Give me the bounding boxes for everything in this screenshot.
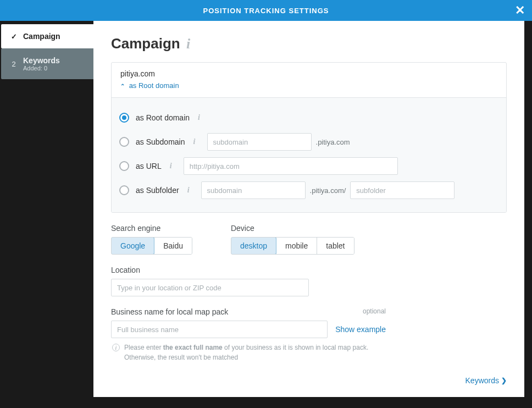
radio-subdomain[interactable] bbox=[119, 137, 129, 147]
next-label: Keywords bbox=[465, 376, 499, 385]
radio-label: as URL bbox=[136, 162, 162, 170]
domain-head: pitiya.com ⌃ as Root domain bbox=[112, 63, 506, 97]
device-group: desktop mobile tablet bbox=[231, 237, 354, 255]
location-block: Location bbox=[111, 266, 507, 296]
business-hint: i Please enter the exact full name of yo… bbox=[111, 343, 386, 362]
url-input[interactable] bbox=[184, 157, 398, 175]
show-example-link[interactable]: Show example bbox=[335, 325, 386, 334]
hint-bold: the exact full name bbox=[163, 344, 223, 351]
search-engine-block: Search engine Google Baidu bbox=[111, 224, 192, 255]
business-block: Business name for local map pack optiona… bbox=[111, 307, 386, 362]
radio-root-domain[interactable] bbox=[119, 113, 129, 123]
info-icon[interactable]: i bbox=[185, 36, 192, 52]
page-title-text: Campaign bbox=[111, 35, 180, 52]
info-icon[interactable]: i bbox=[167, 162, 175, 170]
next-keywords-link[interactable]: Keywords ❯ bbox=[465, 376, 507, 385]
radio-label: as Subfolder bbox=[136, 186, 179, 195]
engine-google[interactable]: Google bbox=[111, 237, 154, 255]
radio-label: as Subdomain bbox=[136, 137, 185, 146]
device-desktop[interactable]: desktop bbox=[231, 237, 276, 255]
modal-title: POSITION TRACKING SETTINGS bbox=[203, 7, 329, 15]
info-icon[interactable]: i bbox=[195, 113, 203, 122]
location-input[interactable] bbox=[111, 279, 309, 296]
option-subfolder: as Subfolder i .pitiya.com/ bbox=[119, 178, 498, 202]
close-icon[interactable]: ✕ bbox=[513, 4, 527, 17]
hint-text: Please enter the exact full name of your… bbox=[124, 343, 386, 362]
toggle-mode: Root domain bbox=[138, 81, 179, 90]
business-label-text: Business name for local map pack bbox=[111, 307, 228, 316]
radio-url[interactable] bbox=[119, 161, 129, 171]
domain-suffix-slash: .pitiya.com/ bbox=[310, 186, 346, 195]
info-icon[interactable]: i bbox=[191, 137, 198, 146]
domain-name: pitiya.com bbox=[120, 69, 497, 78]
option-url: as URL i bbox=[119, 154, 498, 178]
main-panel: Campaign i pitiya.com ⌃ as Root domain a… bbox=[93, 21, 524, 397]
info-icon: i bbox=[112, 344, 120, 351]
info-icon[interactable]: i bbox=[185, 186, 192, 195]
engine-baidu[interactable]: Baidu bbox=[154, 238, 192, 254]
device-block: Device desktop mobile tablet bbox=[231, 224, 354, 255]
step-label: Keywords bbox=[23, 56, 60, 65]
wizard-steps: ✓ Campaign 2 Keywords Added: 0 bbox=[1, 24, 95, 79]
step-number: 2 bbox=[9, 60, 19, 68]
step-campaign[interactable]: ✓ Campaign bbox=[1, 24, 95, 48]
domain-card: pitiya.com ⌃ as Root domain as Root doma… bbox=[111, 62, 507, 213]
step-label: Campaign bbox=[23, 32, 60, 41]
toggle-prefix: as bbox=[129, 81, 138, 90]
step-label-wrap: Keywords Added: 0 bbox=[23, 56, 60, 71]
radio-label: as Root domain bbox=[136, 113, 190, 122]
device-label: Device bbox=[231, 224, 354, 233]
step-keywords[interactable]: 2 Keywords Added: 0 bbox=[1, 48, 95, 79]
engine-device-row: Search engine Google Baidu Device deskto… bbox=[111, 224, 507, 255]
option-subdomain: as Subdomain i .pitiya.com bbox=[119, 130, 498, 154]
hint-pre: Please enter bbox=[124, 344, 163, 351]
chevron-up-icon: ⌃ bbox=[120, 83, 125, 89]
step-sublabel: Added: 0 bbox=[23, 65, 60, 71]
optional-badge: optional bbox=[363, 307, 386, 315]
business-name-input[interactable] bbox=[111, 321, 328, 338]
subfolder-subdomain-input[interactable] bbox=[201, 181, 306, 199]
option-root-domain: as Root domain i bbox=[119, 106, 498, 130]
domain-options: as Root domain i as Subdomain i .pitiya.… bbox=[112, 97, 506, 212]
device-mobile[interactable]: mobile bbox=[276, 238, 317, 254]
page-title: Campaign i bbox=[111, 35, 507, 52]
subfolder-input[interactable] bbox=[350, 181, 455, 199]
device-tablet[interactable]: tablet bbox=[317, 238, 353, 254]
chevron-right-icon: ❯ bbox=[501, 377, 507, 384]
domain-suffix: .pitiya.com bbox=[316, 138, 350, 146]
domain-collapse-toggle[interactable]: ⌃ as Root domain bbox=[120, 81, 497, 90]
radio-subfolder[interactable] bbox=[119, 185, 129, 195]
search-engine-group: Google Baidu bbox=[111, 237, 192, 255]
business-label: Business name for local map pack optiona… bbox=[111, 307, 386, 316]
search-engine-label: Search engine bbox=[111, 224, 192, 233]
check-icon: ✓ bbox=[9, 32, 19, 41]
subdomain-input[interactable] bbox=[207, 133, 312, 151]
modal-header: POSITION TRACKING SETTINGS ✕ bbox=[0, 0, 532, 21]
location-label: Location bbox=[111, 266, 507, 274]
